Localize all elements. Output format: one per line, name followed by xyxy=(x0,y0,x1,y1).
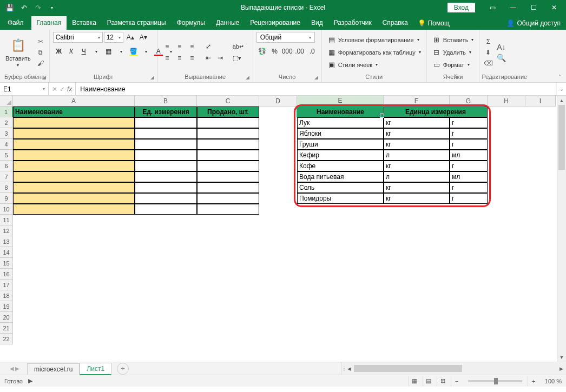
cell[interactable] xyxy=(197,128,259,139)
cell[interactable]: г xyxy=(450,182,488,193)
cell[interactable]: Соль xyxy=(297,182,384,193)
italic-button[interactable]: К xyxy=(65,46,77,57)
borders-button[interactable]: ▦ xyxy=(103,46,115,57)
view-page-layout-icon[interactable]: ▤ xyxy=(423,376,435,386)
cell[interactable]: л xyxy=(384,171,450,182)
cell[interactable]: Помидоры xyxy=(297,193,384,204)
tab-help[interactable]: Справка xyxy=(377,16,413,30)
align-bottom-icon[interactable]: ≡ xyxy=(186,41,198,52)
row-header[interactable]: 20 xyxy=(0,312,13,323)
view-page-break-icon[interactable]: ⊞ xyxy=(437,376,449,386)
cell[interactable]: кг xyxy=(384,117,450,128)
cell[interactable]: мл xyxy=(450,150,488,161)
row-header[interactable]: 8 xyxy=(0,182,13,193)
paste-button[interactable]: 📋 Вставить ▾ xyxy=(3,36,33,69)
tell-me-search[interactable]: 💡 Помощ xyxy=(413,17,454,30)
cell[interactable] xyxy=(13,182,135,193)
redo-icon[interactable]: ↷ xyxy=(32,2,43,13)
cell[interactable] xyxy=(135,139,197,150)
tab-file[interactable]: Файл xyxy=(0,16,31,30)
cell[interactable] xyxy=(197,182,259,193)
fill-color-button[interactable]: 🪣 xyxy=(128,46,140,57)
cell[interactable] xyxy=(197,161,259,171)
cell[interactable] xyxy=(135,182,197,193)
signin-button[interactable]: Вход xyxy=(447,3,475,12)
cut-icon[interactable]: ✂ xyxy=(35,37,46,46)
tab-formulas[interactable]: Формулы xyxy=(172,16,210,30)
increase-decimal-icon[interactable]: .00 xyxy=(294,46,306,57)
font-color-button[interactable]: A xyxy=(153,46,164,57)
font-name-combo[interactable]: Calibri▾ xyxy=(53,32,103,43)
cell[interactable]: кг xyxy=(384,193,450,204)
row-header[interactable]: 10 xyxy=(0,204,13,215)
find-select-icon[interactable]: 🔍 xyxy=(496,53,506,63)
dialog-launcher-icon[interactable]: ◢ xyxy=(150,75,154,80)
cell[interactable] xyxy=(197,150,259,161)
align-middle-icon[interactable]: ≡ xyxy=(174,41,186,52)
format-as-table-button[interactable]: ▦Форматировать как таблицу▾ xyxy=(325,46,423,58)
tab-data[interactable]: Данные xyxy=(210,16,245,30)
zoom-in-button[interactable]: + xyxy=(528,376,539,386)
increase-font-icon[interactable]: A▴ xyxy=(124,32,136,43)
cell[interactable] xyxy=(13,193,135,204)
conditional-formatting-button[interactable]: ▤Условное форматирование▾ xyxy=(325,34,423,46)
sheet-tab-inactive[interactable]: microexcel.ru xyxy=(27,363,80,375)
row-header[interactable]: 2 xyxy=(0,117,13,128)
row-header[interactable]: 18 xyxy=(0,290,13,301)
column-header[interactable]: C xyxy=(197,96,259,107)
cell[interactable] xyxy=(13,150,135,161)
row-header[interactable]: 14 xyxy=(0,247,13,258)
cell[interactable] xyxy=(135,117,197,128)
tab-home[interactable]: Главная xyxy=(31,16,67,30)
dialog-launcher-icon[interactable]: ◢ xyxy=(246,75,249,80)
cell[interactable]: Единца измерения xyxy=(384,107,488,117)
cell[interactable]: г xyxy=(450,161,488,171)
decrease-indent-icon[interactable]: ⇤ xyxy=(202,52,214,63)
cell[interactable]: Вода питьевая xyxy=(297,171,384,182)
bold-button[interactable]: Ж xyxy=(53,46,65,57)
sheet-tab-active[interactable]: Лист1 xyxy=(80,363,111,375)
font-size-combo[interactable]: 12▾ xyxy=(104,32,123,43)
row-header[interactable]: 5 xyxy=(0,150,13,161)
close-icon[interactable]: ✕ xyxy=(544,0,564,15)
cell[interactable] xyxy=(135,128,197,139)
row-header[interactable]: 15 xyxy=(0,258,13,269)
cell[interactable]: кг xyxy=(384,182,450,193)
row-header[interactable]: 16 xyxy=(0,269,13,280)
cell[interactable] xyxy=(13,171,135,182)
cell[interactable]: мл xyxy=(450,171,488,182)
qat-customize-icon[interactable]: ▾ xyxy=(47,2,57,13)
column-header[interactable]: F xyxy=(384,96,450,107)
decrease-decimal-icon[interactable]: .0 xyxy=(306,46,318,57)
dialog-launcher-icon[interactable]: ◢ xyxy=(42,75,46,80)
name-box[interactable]: E1▾ xyxy=(0,83,49,95)
scroll-left-icon[interactable]: ◀ xyxy=(345,366,354,371)
cell[interactable] xyxy=(13,139,135,150)
column-header[interactable]: A xyxy=(13,96,135,107)
cell[interactable]: г xyxy=(450,128,488,139)
tab-review[interactable]: Рецензирование xyxy=(245,16,306,30)
formula-input[interactable]: Наименование xyxy=(76,83,556,95)
share-button[interactable]: 👤 Общий доступ xyxy=(501,17,566,30)
row-header[interactable]: 12 xyxy=(0,225,13,236)
enter-formula-icon[interactable]: ✓ xyxy=(60,85,65,93)
tab-developer[interactable]: Разработчик xyxy=(328,16,377,30)
dialog-launcher-icon[interactable]: ◢ xyxy=(314,75,318,80)
scroll-up-icon[interactable]: ▲ xyxy=(557,96,566,105)
cell[interactable] xyxy=(13,204,135,215)
view-normal-icon[interactable]: ▦ xyxy=(409,376,420,386)
cell[interactable] xyxy=(197,204,259,215)
orientation-icon[interactable]: ⤢ xyxy=(202,41,214,52)
spreadsheet-grid[interactable]: ABCDEFGHI 123456789101112131415161718192… xyxy=(0,96,566,362)
cell[interactable] xyxy=(197,193,259,204)
cell[interactable]: кг xyxy=(384,161,450,171)
row-header[interactable]: 11 xyxy=(0,215,13,225)
cell-styles-button[interactable]: ▣Стили ячеек▾ xyxy=(325,59,423,71)
column-header[interactable]: D xyxy=(259,96,297,107)
zoom-out-button[interactable]: − xyxy=(451,376,463,386)
column-header[interactable]: E xyxy=(297,96,384,107)
scrollbar-thumb[interactable] xyxy=(558,105,565,170)
ribbon-options-icon[interactable]: ▭ xyxy=(483,0,502,15)
tab-page-layout[interactable]: Разметка страницы xyxy=(102,16,172,30)
row-header[interactable]: 6 xyxy=(0,161,13,171)
